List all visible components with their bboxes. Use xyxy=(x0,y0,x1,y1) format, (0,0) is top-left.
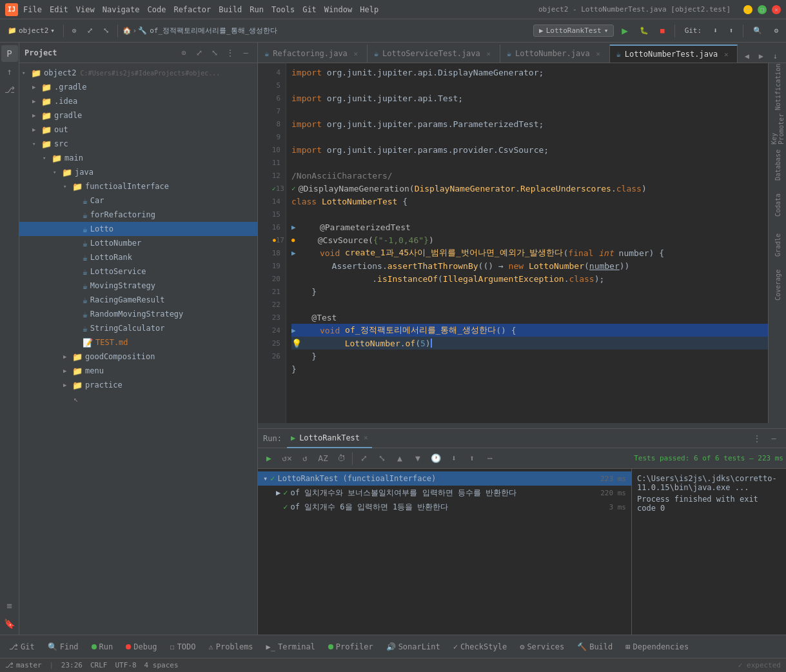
git-tool[interactable]: ⎇ Git xyxy=(4,640,40,653)
indent-status[interactable]: 4 spaces xyxy=(144,661,179,669)
commit-icon[interactable]: ↑ xyxy=(1,63,18,80)
debug-button[interactable]: 🐛 xyxy=(636,25,653,37)
tab-close-button[interactable]: ✕ xyxy=(722,50,731,59)
tree-item-idea[interactable]: ▶ 📁 .idea xyxy=(19,94,257,108)
tree-item-lottorank[interactable]: ▶ ☕ LottoRank xyxy=(19,250,257,264)
services-tool[interactable]: ⚙ Services xyxy=(515,640,569,653)
tree-item-goodcomposition[interactable]: ▶ 📁 goodComposition xyxy=(19,350,257,364)
tab-close-button[interactable]: ✕ xyxy=(594,49,603,58)
git-branch-status[interactable]: ⎇ master xyxy=(5,661,42,669)
recent-files[interactable]: ↓ xyxy=(769,50,781,63)
menu-file[interactable]: File xyxy=(23,5,42,14)
tree-item-out[interactable]: ▶ 📁 out xyxy=(19,123,257,137)
tree-item-root[interactable]: ▾ 📁 object2 C:#Users#is2js#IdeaProjects#… xyxy=(19,66,257,80)
expand-all-button[interactable]: ⤢ xyxy=(193,46,206,59)
tree-item-stringcalc[interactable]: ▶ ☕ StringCalculator xyxy=(19,321,257,335)
import-button[interactable]: ⬆ xyxy=(464,450,480,467)
run-config-selector[interactable]: ▶ LottoRankTest ▾ xyxy=(533,25,614,37)
settings-button[interactable]: ⚙ xyxy=(770,25,782,37)
project-icon[interactable]: P xyxy=(1,45,18,62)
tab-refactoring[interactable]: ☕ Refactoring.java ✕ xyxy=(258,44,368,63)
tree-item-lottoservice[interactable]: ▶ ☕ LottoService xyxy=(19,264,257,279)
tree-item-forrefactoring[interactable]: ▶ ☕ forRefactoring xyxy=(19,208,257,222)
push-button[interactable]: ⬆ xyxy=(725,25,738,37)
notifications-panel[interactable]: Notifications xyxy=(770,66,785,104)
menu-code[interactable]: Code xyxy=(148,5,166,14)
rerun-button[interactable]: ↺ xyxy=(297,450,313,467)
terminal-tool[interactable]: ▶_ Terminal xyxy=(261,640,320,653)
menu-run[interactable]: Run xyxy=(250,5,264,14)
breadcrumb-method[interactable]: of_정적팩토리메서리를_통해_생성한다 xyxy=(150,26,277,35)
menu-git[interactable]: Git xyxy=(302,5,317,14)
tree-item-testmd[interactable]: ▶ 📝 TEST.md xyxy=(19,335,257,350)
minimize-button[interactable]: ─ xyxy=(743,5,752,14)
tab-lottoservicetest[interactable]: ☕ LottoServiceTest.java ✕ xyxy=(368,44,500,63)
panel-settings-button[interactable]: ⋮ xyxy=(224,46,237,59)
menu-window[interactable]: Window xyxy=(324,5,352,14)
tree-item-main[interactable]: ▾ 📁 main xyxy=(19,151,257,165)
pull-requests-icon[interactable]: ⎇ xyxy=(1,81,18,98)
code-editor[interactable]: import org.junit.jupiter.api.DisplayName… xyxy=(286,63,768,423)
git-button[interactable]: Git: xyxy=(681,25,706,37)
collapse-all-button[interactable]: ⤡ xyxy=(208,46,221,59)
line-ending-status[interactable]: CRLF xyxy=(90,661,108,669)
minimize-run-button[interactable]: — xyxy=(767,431,781,446)
run-tab-close[interactable]: ✕ xyxy=(364,433,368,442)
run-tree-item-test1[interactable]: ▶ ✓ of 일치개수와 보너스볼일치여부를 입력하면 등수를 반환한다 220… xyxy=(258,486,631,500)
find-tool[interactable]: 🔍 Find xyxy=(43,640,84,653)
tree-item-lotto[interactable]: ▶ ☕ Lotto xyxy=(19,222,257,236)
run-button[interactable]: ▶ xyxy=(618,23,632,39)
expand-all-run[interactable]: ⤢ xyxy=(355,450,372,467)
todo-tool[interactable]: ☐ TODO xyxy=(164,640,201,653)
menu-tools[interactable]: Tools xyxy=(271,5,295,14)
maximize-button[interactable]: □ xyxy=(758,5,767,14)
tab-close-button[interactable]: ✕ xyxy=(484,49,493,58)
breadcrumb-item[interactable]: 🏠 xyxy=(123,26,132,35)
run-tree-item-class[interactable]: ▾ ✓ LottoRankTest (functioalInterface) 2… xyxy=(258,471,631,486)
locate-file-button[interactable]: ⊙ xyxy=(177,46,190,59)
menu-refactor[interactable]: Refactor xyxy=(173,5,211,14)
tree-item-racinggame[interactable]: ▶ ☕ RacingGameResult xyxy=(19,293,257,307)
more-options[interactable]: ⋯ xyxy=(482,450,498,467)
codata-panel[interactable]: Codata xyxy=(770,186,785,224)
tree-item-src[interactable]: ▾ 📁 src xyxy=(19,137,257,151)
debug-tool[interactable]: Debug xyxy=(121,640,162,653)
history-button[interactable]: 🕐 xyxy=(427,450,444,467)
tree-item-menu[interactable]: ▶ 📁 menu xyxy=(19,364,257,378)
breadcrumb-file[interactable]: 🔧 xyxy=(138,26,147,35)
scroll-tabs-right[interactable]: ▶ xyxy=(754,50,767,63)
play-button[interactable]: ▶ xyxy=(260,450,277,467)
tree-item-functioal[interactable]: ▾ 📁 functioalInterface xyxy=(19,179,257,193)
charset-status[interactable]: UTF-8 xyxy=(115,661,136,669)
scroll-up-button[interactable]: ▲ xyxy=(391,450,408,467)
tree-item-lottonumber[interactable]: ▶ ☕ LottoNumber xyxy=(19,236,257,250)
collapse-panel-button[interactable]: ⤡ xyxy=(99,25,113,37)
update-button[interactable]: ⬇ xyxy=(709,25,722,37)
run-tab[interactable]: ▶ LottoRankTest ✕ xyxy=(287,429,372,448)
hide-panel-button[interactable]: — xyxy=(239,46,252,59)
sonarlint-tool[interactable]: 🔊 SonarLint xyxy=(381,640,446,653)
search-button[interactable]: 🔍 xyxy=(749,25,766,37)
menu-navigate[interactable]: Navigate xyxy=(103,5,140,14)
tree-item-car[interactable]: ▶ ☕ Car xyxy=(19,193,257,208)
close-button[interactable]: ✕ xyxy=(772,5,781,14)
horizontal-scrollbar[interactable] xyxy=(258,423,786,428)
tree-item-gradle-hidden[interactable]: ▶ 📁 .gradle xyxy=(19,80,257,94)
scroll-tabs-left[interactable]: ◀ xyxy=(740,50,753,63)
structure-icon[interactable]: ≡ xyxy=(1,597,18,614)
expand-panel-button[interactable]: ⤢ xyxy=(83,25,97,37)
gradle-panel[interactable]: Gradle xyxy=(770,226,785,264)
scroll-down-button[interactable]: ▼ xyxy=(409,450,426,467)
tree-item-java[interactable]: ▾ 📁 java xyxy=(19,165,257,179)
coverage-panel[interactable]: Coverage xyxy=(770,266,785,304)
menu-help[interactable]: Help xyxy=(360,5,378,14)
checkstyle-tool[interactable]: ✓ CheckStyle xyxy=(448,640,512,653)
menu-view[interactable]: View xyxy=(76,5,95,14)
export-button[interactable]: ⬇ xyxy=(446,450,462,467)
tab-lottonumbertest[interactable]: ☕ LottoNumberTest.java ✕ xyxy=(610,44,738,63)
stop-button[interactable]: ■ xyxy=(656,25,669,37)
database-panel[interactable]: Database xyxy=(770,146,785,184)
sort-duration-button[interactable]: ⏱ xyxy=(333,450,349,467)
tree-item-practice[interactable]: ▶ 📁 practice xyxy=(19,378,257,392)
collapse-all-run[interactable]: ⤡ xyxy=(373,450,390,467)
